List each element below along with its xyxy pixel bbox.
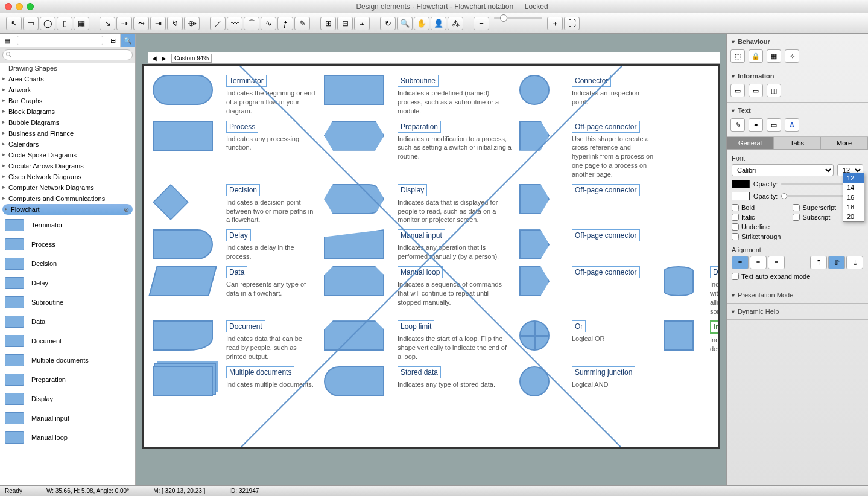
textfx-icon[interactable]: ✦ [749,118,763,132]
font-icon[interactable]: A [785,118,799,132]
flowchart-shape[interactable] [153,184,188,220]
shape-item[interactable]: Multiple documents [0,351,135,370]
tree-item[interactable]: Calendars [0,139,135,150]
font-select[interactable]: Calibri [732,164,834,176]
shape-item[interactable]: Decision [0,254,135,273]
pointer-tool[interactable]: ↖ [6,17,22,30]
prev-page[interactable]: ◀ [152,55,157,62]
next-page[interactable]: ▶ [162,55,166,62]
shape-item[interactable]: Delay [0,273,135,293]
tree-item[interactable]: Bubble Diagrams [0,117,135,128]
conn5-tool[interactable]: ↯ [167,17,183,30]
valign-top[interactable]: ⤒ [810,256,827,269]
tree-item[interactable]: Computers and Communications [0,193,135,204]
shape-item[interactable]: Terminator [0,215,135,235]
align-left[interactable]: ≡ [732,256,749,269]
tab-tabs[interactable]: Tabs [774,137,821,149]
bg-icon[interactable]: ▭ [767,118,781,132]
dynamic-help[interactable]: Dynamic Help [730,306,864,317]
behaviour-section[interactable]: Behaviour [730,36,864,47]
presentation-mode[interactable]: Presentation Mode [730,290,864,300]
search-tab-icon[interactable]: 🔍 [121,34,135,47]
flowchart-shape[interactable] [324,75,384,105]
rect-tool[interactable]: ▭ [23,17,39,30]
text-tool[interactable]: ▯ [57,17,72,30]
flowchart-shape[interactable] [519,229,550,259]
flowchart-shape[interactable] [153,75,213,105]
text-section[interactable]: Text [730,105,864,116]
shape-item[interactable]: Manual loop [0,428,135,447]
ungroup-tool[interactable]: ⊟ [337,17,353,30]
flowchart-shape[interactable] [153,121,213,151]
line-tool[interactable]: ／ [210,17,226,30]
conn1-tool[interactable]: ↘ [100,17,115,30]
info3-icon[interactable]: ◫ [767,84,781,97]
bg-color-swatch[interactable] [732,192,750,200]
snap-icon[interactable]: ✧ [785,49,799,63]
library-tab-icon[interactable]: ▤ [0,34,14,47]
italic-check[interactable] [732,214,739,221]
bold-check[interactable] [732,204,739,211]
zoom-out[interactable]: − [474,17,489,30]
tree-item[interactable]: Area Charts [0,74,135,84]
canvas[interactable]: TerminatorIndicates the beginning or end… [142,64,720,449]
size-option[interactable]: 18 [843,202,864,212]
tree-item[interactable]: Cisco Network Diagrams [0,171,135,182]
tree-item[interactable]: Bar Graphs [0,95,135,106]
valign-mid[interactable]: ⇵ [828,256,845,269]
zoom-select[interactable]: Custom 94% [171,54,212,63]
arc-tool[interactable]: ⌒ [244,17,259,30]
lock-icon[interactable]: 🔒 [749,49,763,63]
information-section[interactable]: Information [730,71,864,81]
super-check[interactable] [793,204,800,211]
info2-icon[interactable]: ▭ [749,84,763,97]
table-tool[interactable]: ▦ [74,17,89,30]
size-option[interactable]: 12 [843,173,864,183]
bezier-tool[interactable]: ƒ [277,17,293,30]
flowchart-shape[interactable] [519,184,550,214]
poly-tool[interactable]: ∿ [261,17,276,30]
strike-check[interactable] [732,233,739,240]
minimize-icon[interactable] [16,3,23,10]
flowchart-shape[interactable] [324,229,384,259]
shape-item[interactable]: Subroutine [0,293,135,312]
auto-expand-check[interactable] [732,273,739,280]
maximize-icon[interactable] [27,3,34,10]
flowchart-shape[interactable] [324,320,384,351]
align-right[interactable]: ≡ [768,256,785,269]
pen-icon[interactable]: ✎ [730,118,745,132]
wand-tool[interactable]: ⁂ [448,17,463,30]
tree-item-selected[interactable]: Flowchart ⊗ [2,204,133,215]
flowchart-shape[interactable] [519,320,550,351]
flowchart-shape[interactable] [153,366,213,396]
pan-tool[interactable]: ✋ [414,17,429,30]
free-tool[interactable]: ✎ [294,17,310,30]
flowchart-shape[interactable] [324,366,384,396]
flowchart-shape[interactable] [664,266,694,296]
flowchart-shape[interactable] [324,266,384,296]
valign-bot[interactable]: ⤓ [846,256,863,269]
flowchart-shape[interactable] [153,320,213,351]
shape-item[interactable]: Document [0,331,135,351]
tree-item[interactable]: Business and Finance [0,128,135,139]
tree-item[interactable]: Block Diagrams [0,106,135,117]
font-size-dropdown[interactable]: 1214161820 [843,173,864,222]
library-filter-box[interactable] [14,34,106,47]
size-option[interactable]: 20 [843,212,864,221]
zoom-in[interactable]: ＋ [547,17,563,30]
conn3-tool[interactable]: ⤳ [133,17,149,30]
tree-item[interactable]: Artwork [0,84,135,95]
sub-check[interactable] [793,214,800,221]
flowchart-shape[interactable] [664,320,694,351]
underline-check[interactable] [732,223,739,231]
flowchart-shape[interactable] [148,266,217,296]
tree-item[interactable]: Circle-Spoke Diagrams [0,150,135,161]
grid-view-icon[interactable]: ⊞ [106,34,121,47]
flowchart-shape[interactable] [324,184,384,214]
close-icon[interactable] [5,3,12,10]
conn4-tool[interactable]: ⇥ [150,17,166,30]
shape-item[interactable]: Preparation [0,370,135,389]
flowchart-shape[interactable] [519,266,550,296]
text-color-swatch[interactable] [732,180,750,188]
flowchart-shape[interactable] [153,229,213,259]
